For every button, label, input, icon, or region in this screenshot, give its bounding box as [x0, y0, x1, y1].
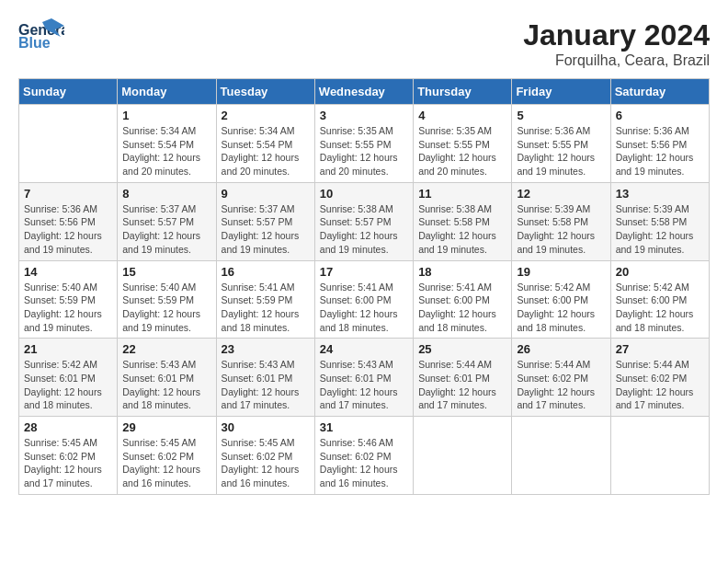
week-row-2: 7Sunrise: 5:36 AM Sunset: 5:56 PM Daylig… — [19, 182, 710, 260]
title-block: January 2024 Forquilha, Ceara, Brazil — [523, 18, 710, 69]
day-info: Sunrise: 5:34 AM Sunset: 5:54 PM Dayligh… — [222, 124, 310, 178]
day-number: 6 — [616, 109, 704, 122]
day-number: 29 — [122, 420, 210, 434]
calendar-cell: 27Sunrise: 5:44 AM Sunset: 6:02 PM Dayli… — [610, 339, 709, 417]
calendar-cell: 14Sunrise: 5:40 AM Sunset: 5:59 PM Dayli… — [19, 260, 118, 339]
header-thursday: Thursday — [414, 79, 512, 105]
header-sunday: Sunday — [19, 79, 118, 105]
logo: General Blue — [18, 18, 64, 51]
day-info: Sunrise: 5:36 AM Sunset: 5:56 PM Dayligh… — [24, 202, 112, 257]
week-row-5: 28Sunrise: 5:45 AM Sunset: 6:02 PM Dayli… — [19, 417, 710, 495]
calendar-table: SundayMondayTuesdayWednesdayThursdayFrid… — [18, 78, 710, 495]
day-number: 14 — [24, 265, 112, 279]
day-info: Sunrise: 5:44 AM Sunset: 6:02 PM Dayligh… — [517, 358, 605, 412]
calendar-cell — [512, 417, 610, 495]
day-number: 15 — [122, 265, 210, 279]
day-info: Sunrise: 5:40 AM Sunset: 5:59 PM Dayligh… — [24, 281, 112, 335]
svg-text:Blue: Blue — [18, 35, 51, 51]
day-number: 10 — [320, 187, 408, 201]
calendar-cell: 22Sunrise: 5:43 AM Sunset: 6:01 PM Dayli… — [118, 339, 216, 417]
day-info: Sunrise: 5:38 AM Sunset: 5:58 PM Dayligh… — [418, 202, 506, 257]
day-info: Sunrise: 5:34 AM Sunset: 5:54 PM Dayligh… — [122, 124, 210, 178]
header-saturday: Saturday — [610, 79, 709, 105]
day-number: 23 — [222, 342, 310, 356]
day-info: Sunrise: 5:43 AM Sunset: 6:01 PM Dayligh… — [320, 358, 408, 412]
day-number: 8 — [122, 187, 210, 201]
day-info: Sunrise: 5:41 AM Sunset: 6:00 PM Dayligh… — [418, 281, 506, 335]
day-number: 25 — [418, 342, 506, 356]
calendar-cell: 8Sunrise: 5:37 AM Sunset: 5:57 PM Daylig… — [118, 182, 216, 260]
day-number: 26 — [517, 342, 605, 356]
week-row-3: 14Sunrise: 5:40 AM Sunset: 5:59 PM Dayli… — [19, 260, 710, 339]
calendar-cell: 24Sunrise: 5:43 AM Sunset: 6:01 PM Dayli… — [314, 339, 413, 417]
calendar-cell: 28Sunrise: 5:45 AM Sunset: 6:02 PM Dayli… — [19, 417, 118, 495]
day-info: Sunrise: 5:40 AM Sunset: 5:59 PM Dayligh… — [122, 281, 210, 335]
day-info: Sunrise: 5:45 AM Sunset: 6:02 PM Dayligh… — [122, 436, 210, 490]
day-info: Sunrise: 5:41 AM Sunset: 6:00 PM Dayligh… — [320, 281, 408, 335]
calendar-header-row: SundayMondayTuesdayWednesdayThursdayFrid… — [19, 79, 710, 105]
day-info: Sunrise: 5:39 AM Sunset: 5:58 PM Dayligh… — [616, 202, 704, 257]
calendar-cell: 21Sunrise: 5:42 AM Sunset: 6:01 PM Dayli… — [19, 339, 118, 417]
day-number: 2 — [222, 109, 310, 122]
day-number: 1 — [122, 109, 210, 122]
week-row-4: 21Sunrise: 5:42 AM Sunset: 6:01 PM Dayli… — [19, 339, 710, 417]
calendar-cell: 16Sunrise: 5:41 AM Sunset: 5:59 PM Dayli… — [216, 260, 314, 339]
day-number: 17 — [320, 265, 408, 279]
day-info: Sunrise: 5:42 AM Sunset: 6:00 PM Dayligh… — [616, 281, 704, 335]
day-info: Sunrise: 5:37 AM Sunset: 5:57 PM Dayligh… — [122, 202, 210, 257]
day-number: 18 — [418, 265, 506, 279]
calendar-cell: 17Sunrise: 5:41 AM Sunset: 6:00 PM Dayli… — [314, 260, 413, 339]
calendar-cell: 18Sunrise: 5:41 AM Sunset: 6:00 PM Dayli… — [414, 260, 512, 339]
day-info: Sunrise: 5:45 AM Sunset: 6:02 PM Dayligh… — [222, 436, 310, 490]
day-info: Sunrise: 5:35 AM Sunset: 5:55 PM Dayligh… — [320, 124, 408, 178]
calendar-cell: 9Sunrise: 5:37 AM Sunset: 5:57 PM Daylig… — [216, 182, 314, 260]
calendar-cell: 15Sunrise: 5:40 AM Sunset: 5:59 PM Dayli… — [118, 260, 216, 339]
calendar-cell: 4Sunrise: 5:35 AM Sunset: 5:55 PM Daylig… — [414, 105, 512, 183]
calendar-cell: 23Sunrise: 5:43 AM Sunset: 6:01 PM Dayli… — [216, 339, 314, 417]
day-info: Sunrise: 5:37 AM Sunset: 5:57 PM Dayligh… — [222, 202, 310, 257]
day-number: 24 — [320, 342, 408, 356]
header-monday: Monday — [118, 79, 216, 105]
header-tuesday: Tuesday — [216, 79, 314, 105]
day-info: Sunrise: 5:42 AM Sunset: 6:00 PM Dayligh… — [517, 281, 605, 335]
day-number: 9 — [222, 187, 310, 201]
day-number: 31 — [320, 420, 408, 434]
day-info: Sunrise: 5:44 AM Sunset: 6:02 PM Dayligh… — [616, 358, 704, 412]
day-number: 3 — [320, 109, 408, 122]
calendar-cell: 12Sunrise: 5:39 AM Sunset: 5:58 PM Dayli… — [512, 182, 610, 260]
header-wednesday: Wednesday — [314, 79, 413, 105]
calendar-cell: 6Sunrise: 5:36 AM Sunset: 5:56 PM Daylig… — [610, 105, 709, 183]
day-number: 28 — [24, 420, 112, 434]
day-info: Sunrise: 5:35 AM Sunset: 5:55 PM Dayligh… — [418, 124, 506, 178]
day-number: 27 — [616, 342, 704, 356]
week-row-1: 1Sunrise: 5:34 AM Sunset: 5:54 PM Daylig… — [19, 105, 710, 183]
day-info: Sunrise: 5:36 AM Sunset: 5:56 PM Dayligh… — [616, 124, 704, 178]
calendar-cell: 13Sunrise: 5:39 AM Sunset: 5:58 PM Dayli… — [610, 182, 709, 260]
calendar-cell — [414, 417, 512, 495]
day-number: 21 — [24, 342, 112, 356]
day-number: 20 — [616, 265, 704, 279]
logo-bird-icon: General Blue — [18, 18, 64, 51]
calendar-cell: 3Sunrise: 5:35 AM Sunset: 5:55 PM Daylig… — [314, 105, 413, 183]
day-number: 12 — [517, 187, 605, 201]
day-info: Sunrise: 5:46 AM Sunset: 6:02 PM Dayligh… — [320, 436, 408, 490]
calendar-cell: 29Sunrise: 5:45 AM Sunset: 6:02 PM Dayli… — [118, 417, 216, 495]
page-subtitle: Forquilha, Ceara, Brazil — [523, 52, 710, 69]
day-info: Sunrise: 5:43 AM Sunset: 6:01 PM Dayligh… — [222, 358, 310, 412]
day-number: 19 — [517, 265, 605, 279]
day-info: Sunrise: 5:45 AM Sunset: 6:02 PM Dayligh… — [24, 436, 112, 490]
day-info: Sunrise: 5:42 AM Sunset: 6:01 PM Dayligh… — [24, 358, 112, 412]
calendar-cell: 2Sunrise: 5:34 AM Sunset: 5:54 PM Daylig… — [216, 105, 314, 183]
day-info: Sunrise: 5:41 AM Sunset: 5:59 PM Dayligh… — [222, 281, 310, 335]
calendar-cell: 20Sunrise: 5:42 AM Sunset: 6:00 PM Dayli… — [610, 260, 709, 339]
day-number: 11 — [418, 187, 506, 201]
page-title: January 2024 — [523, 18, 710, 52]
calendar-cell: 5Sunrise: 5:36 AM Sunset: 5:55 PM Daylig… — [512, 105, 610, 183]
day-info: Sunrise: 5:39 AM Sunset: 5:58 PM Dayligh… — [517, 202, 605, 257]
day-number: 4 — [418, 109, 506, 122]
day-number: 13 — [616, 187, 704, 201]
calendar-cell: 25Sunrise: 5:44 AM Sunset: 6:01 PM Dayli… — [414, 339, 512, 417]
day-number: 7 — [24, 187, 112, 201]
day-info: Sunrise: 5:43 AM Sunset: 6:01 PM Dayligh… — [122, 358, 210, 412]
day-info: Sunrise: 5:44 AM Sunset: 6:01 PM Dayligh… — [418, 358, 506, 412]
